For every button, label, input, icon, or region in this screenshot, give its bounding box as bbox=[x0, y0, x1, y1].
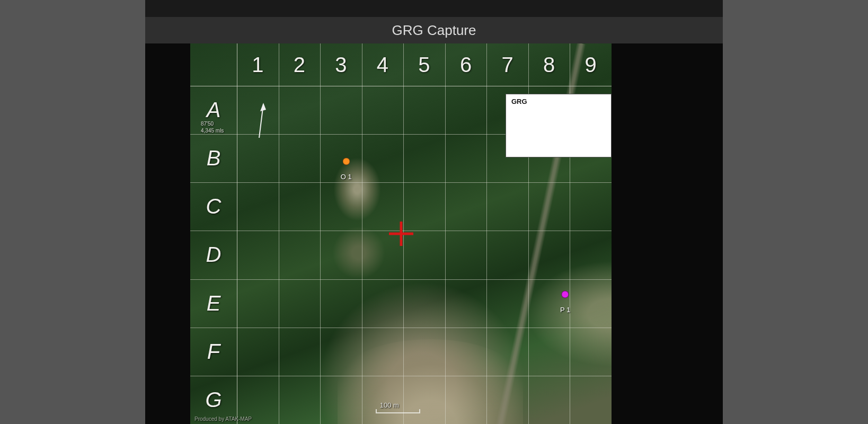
grid-row-label: F bbox=[190, 328, 237, 376]
status-bar bbox=[145, 0, 723, 17]
title-bar: GRG Capture bbox=[145, 17, 723, 43]
marker-dot-icon bbox=[342, 157, 350, 165]
grid-col-label: 3 bbox=[320, 43, 362, 86]
grid-col-label: 2 bbox=[279, 43, 321, 86]
grid-row-label: D bbox=[190, 231, 237, 279]
app-title: GRG Capture bbox=[392, 22, 476, 39]
crosshair-icon bbox=[388, 220, 414, 247]
scale-bar: 100 m bbox=[380, 401, 399, 409]
marker-dot-icon bbox=[562, 291, 569, 298]
scale-info-line: 4,345 mls bbox=[201, 127, 224, 134]
grg-legend-panel[interactable]: GRG bbox=[506, 94, 612, 157]
svg-marker-1 bbox=[260, 103, 266, 111]
terrain-clearing bbox=[527, 261, 612, 367]
app-frame: GRG Capture 123456789ABCDEFG 87'50 4,345… bbox=[145, 0, 723, 424]
grid-row-label: E bbox=[190, 279, 237, 328]
grid-row-label: C bbox=[190, 182, 237, 231]
grid-col-label: 5 bbox=[403, 43, 445, 86]
map-view[interactable]: 123456789ABCDEFG 87'50 4,345 mls O 1 P 1 bbox=[190, 43, 612, 424]
scale-info-line: 87'50 bbox=[201, 120, 224, 127]
terrain-clearing bbox=[338, 339, 523, 424]
grid-col-label: 7 bbox=[486, 43, 528, 86]
map-marker-magenta[interactable]: P 1 bbox=[560, 291, 570, 314]
map-marker-orange[interactable]: O 1 bbox=[341, 157, 352, 180]
grid-col-label: 8 bbox=[528, 43, 570, 86]
scale-info: 87'50 4,345 mls bbox=[201, 120, 224, 134]
marker-label: O 1 bbox=[341, 172, 352, 180]
grid-col-label: 6 bbox=[445, 43, 487, 86]
marker-label: P 1 bbox=[560, 306, 570, 314]
north-arrow-icon bbox=[253, 102, 269, 139]
grid-col-label: 4 bbox=[362, 43, 404, 86]
legend-title: GRG bbox=[511, 98, 527, 105]
grid-row-label: B bbox=[190, 134, 237, 182]
map-credit: Produced by ATAK-MAP bbox=[194, 416, 252, 422]
grid-col-label: 1 bbox=[237, 43, 279, 86]
